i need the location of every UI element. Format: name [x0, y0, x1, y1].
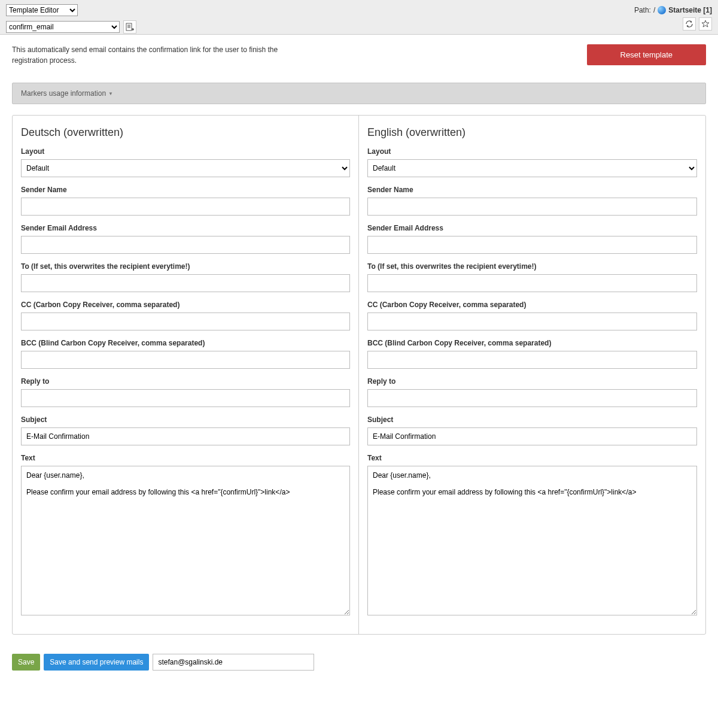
sender-name-input-de[interactable] [21, 198, 350, 216]
label-layout-en: Layout [367, 147, 697, 156]
intro-text: This automatically send email contains t… [12, 44, 293, 66]
label-sender-email-en: Sender Email Address [367, 224, 697, 232]
bcc-input-en[interactable] [367, 351, 697, 369]
caret-down-icon: ▼ [108, 91, 113, 96]
to-input-en[interactable] [367, 274, 697, 292]
save-button[interactable]: Save [12, 654, 40, 671]
to-input-de[interactable] [21, 274, 350, 292]
text-textarea-en[interactable] [367, 466, 697, 615]
column-title-en: English (overwritten) [367, 126, 697, 139]
topbar-right-icons [683, 17, 712, 31]
breadcrumb: Path: / Startseite [1] [634, 6, 712, 14]
label-replyto-en: Reply to [367, 377, 697, 386]
sender-email-input-de[interactable] [21, 236, 350, 254]
label-sender-name-de: Sender Name [21, 186, 350, 194]
language-columns: Deutsch (overwritten) Layout Default Sen… [12, 115, 706, 635]
svg-marker-8 [702, 20, 709, 27]
add-template-button[interactable] [123, 20, 136, 34]
svg-rect-0 [126, 23, 132, 31]
cc-input-en[interactable] [367, 313, 697, 330]
topbar-row2: confirm_email [6, 20, 712, 34]
section-select[interactable]: Template Editor [6, 4, 78, 16]
path-label: Path: [634, 6, 651, 14]
bookmark-button[interactable] [699, 17, 712, 31]
reset-template-button[interactable]: Reset template [587, 44, 706, 65]
topbar-row1: Template Editor Path: / Startseite [1] [6, 4, 712, 17]
label-replyto-de: Reply to [21, 377, 350, 386]
path-slash: / [653, 6, 655, 14]
breadcrumb-page[interactable]: Startseite [1] [668, 6, 712, 14]
label-to-en: To (If set, this overwrites the recipien… [367, 262, 697, 271]
cc-input-de[interactable] [21, 313, 350, 330]
text-textarea-de[interactable] [21, 466, 350, 615]
column-title-de: Deutsch (overwritten) [21, 126, 350, 139]
label-text-de: Text [21, 454, 350, 462]
label-layout-de: Layout [21, 147, 350, 156]
refresh-button[interactable] [683, 17, 696, 31]
markers-usage-toggle[interactable]: Markers usage information ▼ [12, 83, 706, 104]
content: This automatically send email contains t… [0, 35, 718, 644]
layout-select-en[interactable]: Default [367, 159, 697, 177]
bottom-bar: Save Save and send preview mails [0, 644, 718, 680]
column-english: English (overwritten) Layout Default Sen… [359, 116, 705, 634]
label-bcc-de: BCC (Blind Carbon Copy Receiver, comma s… [21, 339, 350, 347]
preview-email-input[interactable] [153, 654, 314, 671]
label-cc-en: CC (Carbon Copy Receiver, comma separate… [367, 301, 697, 309]
label-sender-email-de: Sender Email Address [21, 224, 350, 232]
layout-select-de[interactable]: Default [21, 159, 350, 177]
subject-input-en[interactable] [367, 427, 697, 445]
label-cc-de: CC (Carbon Copy Receiver, comma separate… [21, 301, 350, 309]
label-sender-name-en: Sender Name [367, 186, 697, 194]
label-subject-de: Subject [21, 415, 350, 424]
doc-plus-icon [126, 23, 134, 31]
save-send-preview-button[interactable]: Save and send preview mails [44, 654, 149, 671]
globe-icon [658, 6, 666, 14]
markers-label: Markers usage information [21, 89, 106, 98]
topbar: Template Editor Path: / Startseite [1] c… [0, 0, 718, 35]
intro-row: This automatically send email contains t… [12, 44, 706, 66]
label-bcc-en: BCC (Blind Carbon Copy Receiver, comma s… [367, 339, 697, 347]
replyto-input-en[interactable] [367, 389, 697, 407]
subject-input-de[interactable] [21, 427, 350, 445]
template-select[interactable]: confirm_email [6, 21, 120, 33]
refresh-icon [685, 20, 693, 28]
sender-name-input-en[interactable] [367, 198, 697, 216]
replyto-input-de[interactable] [21, 389, 350, 407]
label-text-en: Text [367, 454, 697, 462]
column-deutsch: Deutsch (overwritten) Layout Default Sen… [13, 116, 359, 634]
star-icon [701, 20, 710, 28]
label-to-de: To (If set, this overwrites the recipien… [21, 262, 350, 271]
bcc-input-de[interactable] [21, 351, 350, 369]
sender-email-input-en[interactable] [367, 236, 697, 254]
label-subject-en: Subject [367, 415, 697, 424]
